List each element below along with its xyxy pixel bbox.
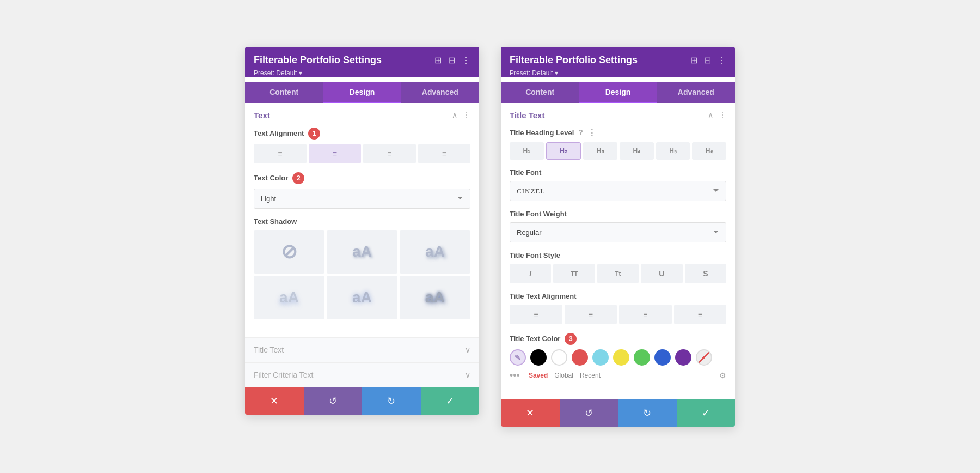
undo-button-left[interactable]: ↺	[304, 387, 363, 415]
right-header-icons: ⊞ ⊟ ⋮	[690, 55, 726, 65]
heading-level-row: Title Heading Level ? ⋮ H₁ H₂ H₃ H₄ H₅ H…	[510, 128, 726, 160]
white-swatch[interactable]	[551, 349, 567, 366]
cyan-swatch[interactable]	[592, 349, 609, 366]
shadow-none[interactable]: ⊘	[254, 230, 324, 274]
tab-design-left[interactable]: Design	[323, 82, 401, 103]
title-text-color-row: Title Text Color 3 ✎	[510, 333, 726, 381]
h3-btn[interactable]: H₃	[583, 142, 617, 160]
left-panel-tabs: Content Design Advanced	[245, 82, 479, 103]
alignment-badge: 1	[308, 128, 320, 140]
color-swatches: ✎	[510, 349, 726, 366]
underline-btn[interactable]: U	[641, 264, 682, 283]
right-more-icon[interactable]: ⋮	[718, 55, 726, 65]
expand-icon-filter[interactable]: ∨	[465, 371, 470, 379]
strikethrough-btn[interactable]: S	[685, 264, 726, 283]
tab-content-right[interactable]: Content	[501, 82, 579, 103]
h5-btn[interactable]: H₅	[656, 142, 690, 160]
title-align-center-btn[interactable]: ≡	[565, 305, 617, 324]
text-color-row: Text Color 2 Light	[254, 172, 470, 209]
help-icon[interactable]: ?	[578, 128, 583, 137]
title-text-section-collapsed: Title Text ∨	[245, 337, 479, 362]
color-tabs: ••• Saved Global Recent ⚙	[510, 370, 726, 381]
green-swatch[interactable]	[634, 349, 650, 366]
cancel-button-right[interactable]: ✕	[501, 399, 560, 427]
expand-icon-title[interactable]: ∨	[465, 345, 470, 354]
collapse-icon[interactable]: ∧	[452, 111, 457, 119]
filter-criteria-section: Filter Criteria Text ∨	[245, 362, 479, 387]
uppercase-btn[interactable]: TT	[553, 264, 595, 283]
black-swatch[interactable]	[530, 349, 547, 366]
red-swatch[interactable]	[572, 349, 588, 366]
tab-content-left[interactable]: Content	[245, 82, 323, 103]
shadow-5[interactable]: aA	[400, 276, 470, 319]
title-font-weight-row: Title Font Weight Regular	[510, 210, 726, 242]
filter-criteria-section-header[interactable]: Filter Criteria Text ∨	[245, 363, 479, 387]
yellow-swatch[interactable]	[613, 349, 629, 366]
title-font-select[interactable]: Cinzel	[510, 181, 726, 201]
text-section: Text ∧ ⋮ Text Alignment 1 ≡	[245, 103, 479, 337]
title-font-weight-label: Title Font Weight	[510, 210, 726, 218]
title-align-justify-btn[interactable]: ≡	[674, 305, 727, 324]
right-expand-icon[interactable]: ⊞	[690, 55, 697, 65]
heading-level-label: Title Heading Level ? ⋮	[510, 128, 726, 138]
shadow-4[interactable]: aA	[327, 276, 397, 319]
right-panel-preset[interactable]: Preset: Default ▾	[510, 69, 726, 77]
h6-btn[interactable]: H₆	[692, 142, 726, 160]
right-title-text-header[interactable]: Title Text ∧ ⋮	[501, 103, 735, 128]
italic-btn[interactable]: I	[510, 264, 551, 283]
right-columns-icon[interactable]: ⊟	[704, 55, 711, 65]
recent-tab[interactable]: Recent	[580, 372, 601, 379]
align-center-btn[interactable]: ≡	[309, 144, 362, 163]
align-justify-btn[interactable]: ≡	[418, 144, 471, 163]
eyedropper-swatch[interactable]: ✎	[510, 349, 526, 366]
capitalize-btn[interactable]: Tt	[597, 264, 639, 283]
text-color-select[interactable]: Light	[254, 189, 470, 209]
more-icon[interactable]: ⋮	[462, 55, 470, 65]
title-font-label: Title Font	[510, 168, 726, 177]
shadow-2[interactable]: aA	[400, 230, 470, 274]
title-font-style-label: Title Font Style	[510, 251, 726, 259]
title-text-alignment-row: Title Text Alignment ≡ ≡ ≡ ≡	[510, 292, 726, 324]
right-panel-body: Title Text ∧ ⋮ Title Heading Level ? ⋮	[501, 103, 735, 399]
color-settings-icon[interactable]: ⚙	[719, 371, 726, 380]
left-panel-title: Filterable Portfolio Settings	[254, 54, 382, 66]
section-more-icon[interactable]: ⋮	[463, 111, 470, 119]
shadow-3[interactable]: aA	[254, 276, 324, 319]
text-section-header[interactable]: Text ∧ ⋮	[245, 103, 479, 128]
redo-button-right[interactable]: ↻	[618, 399, 677, 427]
title-align-right-btn[interactable]: ≡	[619, 305, 672, 324]
title-font-weight-select[interactable]: Regular	[510, 222, 726, 242]
h1-btn[interactable]: H₁	[510, 142, 544, 160]
blue-swatch[interactable]	[654, 349, 671, 366]
align-right-btn[interactable]: ≡	[363, 144, 416, 163]
cancel-button-left[interactable]: ✕	[245, 387, 304, 415]
tab-design-right[interactable]: Design	[579, 82, 657, 103]
text-section-content: Text Alignment 1 ≡ ≡ ≡ ≡ Text	[245, 128, 479, 337]
h4-btn[interactable]: H₄	[620, 142, 654, 160]
global-tab[interactable]: Global	[554, 372, 573, 379]
strikethrough-swatch[interactable]	[696, 349, 712, 366]
purple-swatch[interactable]	[675, 349, 691, 366]
text-shadow-label: Text Shadow	[254, 217, 470, 226]
title-text-section-header[interactable]: Title Text ∨	[245, 338, 479, 362]
right-title-text-content: Title Heading Level ? ⋮ H₁ H₂ H₃ H₄ H₅ H…	[501, 128, 735, 399]
undo-button-right[interactable]: ↺	[560, 399, 618, 427]
redo-button-left[interactable]: ↻	[362, 387, 421, 415]
expand-icon[interactable]: ⊞	[434, 55, 442, 65]
left-panel-preset[interactable]: Preset: Default ▾	[254, 69, 470, 77]
title-text-section-title: Title Text	[254, 345, 284, 354]
heading-more-icon[interactable]: ⋮	[587, 128, 596, 138]
more-colors-btn[interactable]: •••	[510, 370, 520, 381]
shadow-1[interactable]: aA	[327, 230, 397, 274]
save-button-left[interactable]: ✓	[421, 387, 480, 415]
h2-btn[interactable]: H₂	[546, 142, 581, 160]
right-collapse-icon[interactable]: ∧	[708, 111, 713, 119]
tab-advanced-left[interactable]: Advanced	[401, 82, 479, 103]
save-button-right[interactable]: ✓	[677, 399, 736, 427]
align-left-btn[interactable]: ≡	[254, 144, 307, 163]
title-align-left-btn[interactable]: ≡	[510, 305, 562, 324]
columns-icon[interactable]: ⊟	[448, 55, 455, 65]
tab-advanced-right[interactable]: Advanced	[657, 82, 735, 103]
right-section-more-icon[interactable]: ⋮	[719, 111, 726, 119]
saved-tab[interactable]: Saved	[529, 372, 548, 379]
